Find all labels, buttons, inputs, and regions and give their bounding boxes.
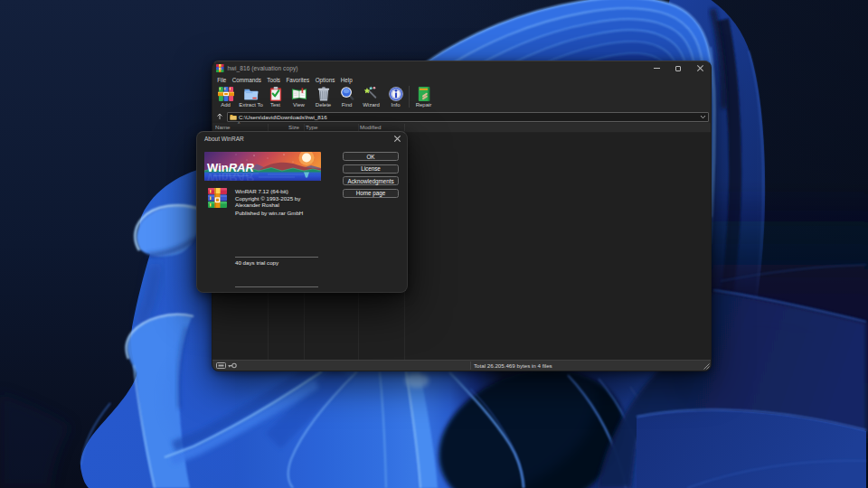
license-button[interactable]: License [343,164,399,174]
column-name[interactable]: Name [215,124,231,130]
column-type[interactable]: Type [306,124,317,130]
toolbar-wizard-button[interactable]: Wizard [358,85,384,108]
window-title: hwi_816 (evaluation copy) [228,65,298,71]
dialog-buttons: OK License Acknowledgments Home page [343,152,399,201]
minimize-button[interactable] [646,61,667,75]
status-icons [216,362,237,369]
address-row: C:\Users\david\Downloads\hwi_816 [212,110,711,123]
winrar-banner-art: WinRAR WinRAR [204,152,321,181]
address-path: C:\Users\david\Downloads\hwi_816 [239,114,327,120]
menu-help[interactable]: Help [338,75,355,85]
column-separator [404,124,405,131]
toolbar-view-button[interactable]: View [287,85,311,108]
chevron-down-icon[interactable] [700,115,706,119]
about-info-text: WinRAR 7.12 (64-bit) Copyright © 1993-20… [235,189,303,216]
separator-line [235,257,318,258]
info-circle-icon [388,86,404,102]
menu-tools[interactable]: Tools [264,75,283,85]
repair-book-icon [416,86,432,102]
column-separator [358,124,359,131]
winrar-banner: WinRAR WinRAR [204,152,321,181]
toolbar-extract-button[interactable]: Extract To [238,85,264,108]
toolbar-find-button[interactable]: Find [335,85,358,108]
separator-line [235,286,318,287]
winrar-app-icon [216,64,224,72]
key-icon[interactable] [228,362,237,369]
test-clipboard-icon [268,86,284,102]
toolbar-repair-button[interactable]: Repair [411,85,436,108]
toolbar-delete-button[interactable]: Delete [311,85,335,108]
toolbar-separator [409,86,410,108]
up-button[interactable] [212,113,227,120]
close-icon [394,136,401,142]
about-winrar-dialog: About WinRAR [196,131,408,293]
copyright-line2: Alexander Roshal [235,202,303,209]
column-separator [304,124,305,131]
acknowledgments-button[interactable]: Acknowledgments [343,176,399,185]
maximize-icon [675,66,681,71]
delete-trash-icon [316,86,332,102]
main-titlebar[interactable]: hwi_816 (evaluation copy) [212,61,711,75]
minimize-icon [654,68,660,69]
column-modified[interactable]: Modified [360,124,381,130]
disk-icon[interactable] [216,362,226,369]
close-icon [697,65,703,71]
archive-add-icon [218,86,234,102]
dialog-close-button[interactable] [387,132,407,145]
menu-bar: File Commands Tools Favorites Options He… [212,75,711,85]
resize-grip[interactable] [703,363,710,370]
find-magnifier-icon [339,86,355,102]
menu-file[interactable]: File [214,75,230,85]
status-bar: Total 26.205.469 bytes in 4 files [212,360,711,371]
column-separator [268,124,269,131]
maximize-button[interactable] [667,61,689,75]
address-bar[interactable]: C:\Users\david\Downloads\hwi_816 [227,112,709,122]
menu-options[interactable]: Options [312,75,337,85]
up-arrow-icon [216,113,223,120]
extract-folder-icon [243,86,259,102]
folder-icon [230,114,237,120]
wizard-wand-icon [363,86,380,102]
ok-button[interactable]: OK [343,152,399,161]
status-separator [470,361,471,370]
menu-favorites[interactable]: Favorites [283,75,312,85]
close-button[interactable] [689,61,711,75]
toolbar: Add Extract To Test [212,85,711,110]
publisher-text: Published by win.rar GmbH [235,211,303,217]
trial-text: 40 days trial copy [235,259,278,266]
view-book-icon [291,86,307,102]
version-text: WinRAR 7.12 (64-bit) [235,189,303,195]
svg-text:WinRAR: WinRAR [207,171,254,181]
toolbar-info-button[interactable]: Info [384,85,407,108]
dialog-title: About WinRAR [204,136,244,142]
toolbar-test-button[interactable]: Test [264,85,287,108]
column-size[interactable]: Size [288,124,299,130]
toolbar-add-button[interactable]: Add [213,85,238,108]
menu-commands[interactable]: Commands [230,75,265,85]
status-total: Total 26.205.469 bytes in 4 files [474,362,552,369]
sort-ascending-icon: ^ [238,121,240,127]
winrar-logo-icon [208,188,227,208]
window-controls [646,61,711,75]
dialog-titlebar[interactable]: About WinRAR [197,132,407,145]
home-page-button[interactable]: Home page [343,189,399,198]
